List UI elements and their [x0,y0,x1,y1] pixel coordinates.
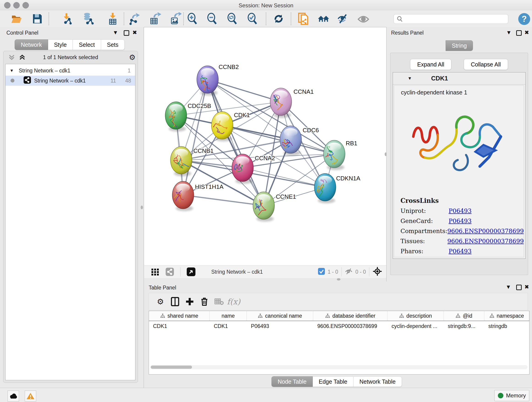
table-splitter-handle[interactable] [337,278,341,281]
add-column-icon[interactable] [182,295,197,308]
horizontal-scrollbar[interactable] [150,365,527,369]
memory-button[interactable]: Memory [494,390,529,401]
tab-sets[interactable]: Sets [101,39,125,50]
help-button[interactable]: ? [518,13,530,25]
selected-counts: 1 - 0 [328,269,338,275]
panel-float-icon[interactable] [124,30,129,36]
node-label-CCNA1: CCNA1 [293,88,314,95]
network-node-CCNE1[interactable]: CCNE1 [252,192,296,222]
crosslink-link[interactable]: 9606.ENSP00000378699 [447,238,524,245]
network-canvas[interactable]: CCNB2CCNA1CDC25BCDK1CDC6RB1CCNB1CCNA2CDK… [144,27,386,265]
houses-icon[interactable] [317,12,330,25]
edge-count: 48 [125,78,131,84]
panel-float-icon[interactable] [516,285,522,290]
export-image-icon[interactable] [169,12,181,25]
column-header-canonical-name[interactable]: canonical name [247,311,313,321]
panel-close-icon[interactable]: ✖ [525,284,529,290]
network-column-icon [489,313,494,318]
crosslink-link[interactable]: 9606.ENSP00000378699 [447,228,524,235]
network-node-CCNB2[interactable]: CCNB2 [197,64,239,96]
zoom-out-icon[interactable] [206,12,219,25]
zoom-in-icon[interactable] [186,12,199,25]
collapse-triangle-icon[interactable]: ▼ [6,68,14,73]
panel-close-icon[interactable]: ✖ [133,29,137,36]
network-node-CCNA1[interactable]: CCNA1 [270,88,314,118]
table-settings-gear-icon[interactable]: ⚙ [153,295,168,308]
export-network-icon[interactable] [127,12,140,25]
refresh-icon[interactable] [272,12,285,25]
hidden-eye-slash-icon[interactable] [345,268,353,276]
node-count: 11 [111,78,116,84]
crosslink-link[interactable]: P06493 [449,217,472,224]
network-row[interactable]: String Network – cdk1 11 48 [6,76,135,86]
function-builder-icon[interactable]: f(x) [226,295,241,308]
search-box[interactable] [394,14,508,24]
open-in-window-icon[interactable] [184,265,198,278]
column-header--id[interactable]: @id [444,311,484,321]
network-node-RB1[interactable]: RB1 [322,140,357,170]
column-header-namespace[interactable]: namespace [484,311,529,321]
crosslink-link[interactable]: P06493 [449,207,472,214]
table-cell: CDK1 [210,323,247,329]
column-header-description[interactable]: description [387,311,444,321]
cloud-button[interactable] [7,390,19,402]
column-header-database-identifier[interactable]: database identifier [313,311,387,321]
zoom-fit-icon[interactable] [226,12,239,25]
collapse-all-button[interactable]: Collapse All [464,59,508,70]
toolbar-separator [180,267,181,276]
panel-menu-icon[interactable]: ▼ [506,284,511,290]
import-network-file-icon[interactable] [60,12,73,25]
table-row[interactable]: CDK1CDK1P064939606.ENSP00000378699cyclin… [149,321,529,331]
tab-style[interactable]: Style [48,39,73,50]
crosslink-link[interactable]: P06493 [449,248,472,255]
selected-checkbox-icon[interactable] [318,268,325,276]
save-session-icon[interactable] [31,12,44,25]
warning-button[interactable] [25,390,36,402]
expand-all-button[interactable]: Expand All [410,59,451,70]
node-table[interactable]: shared namenamecanonical namedatabase id… [149,311,530,375]
protein-section-header[interactable]: ▼ CDK1 [393,72,525,85]
import-network-database-icon[interactable] [82,12,94,25]
panel-float-icon[interactable] [516,30,522,36]
search-input[interactable] [403,16,505,22]
network-edge-CCNB2-CCNA1[interactable] [208,80,281,102]
string-view-icon[interactable] [162,265,177,278]
tab-string[interactable]: String [446,40,473,51]
network-collection-row[interactable]: ▼ String Network – cdk1 1 [6,65,135,76]
show-columns-icon[interactable] [168,295,182,308]
delete-column-trash-icon[interactable] [197,295,212,308]
node-label-RB1: RB1 [346,140,357,147]
network-node-CDC25B[interactable]: CDC25B [165,102,211,132]
birdseye-grid-icon[interactable] [148,265,162,278]
network-edge-CCNA2-CDKN1A[interactable] [243,168,325,187]
protein-section: ▼ CDK1 cyclin-dependent kinase 1 [393,72,526,259]
delete-table-icon[interactable] [212,295,226,308]
gear-icon[interactable]: ⚙ [129,53,136,62]
network-node-CDKN1A[interactable]: CDKN1A [314,173,360,206]
eye-icon[interactable] [357,12,370,25]
left-splitter-handle[interactable] [141,206,143,209]
column-header-shared-name[interactable]: shared name [149,311,210,321]
import-table-file-icon[interactable] [106,12,119,25]
collapse-triangle-icon[interactable]: ▼ [408,76,412,81]
tab-node-table[interactable]: Node Table [272,376,313,387]
zoom-selected-icon[interactable] [246,12,259,25]
network-edge-HIST1H1A-CCNE1[interactable] [183,195,264,206]
string-import-icon[interactable] [297,12,310,25]
tab-network[interactable]: Network [15,39,48,50]
fit-selection-crosshair-icon[interactable] [373,267,382,277]
eye-slash-icon[interactable] [337,12,350,25]
export-table-icon[interactable] [148,12,161,25]
tab-edge-table[interactable]: Edge Table [313,376,354,387]
panel-menu-icon[interactable]: ▼ [113,29,118,36]
open-session-icon[interactable] [10,12,23,25]
column-header-name[interactable]: name [210,311,247,321]
scrollbar-thumb[interactable] [151,366,192,369]
toolbar-separator [266,12,266,25]
panel-menu-icon[interactable]: ▼ [506,29,512,36]
panel-close-icon[interactable]: ✖ [525,29,529,36]
tab-network-table[interactable]: Network Table [354,376,402,387]
string-network-icon [24,76,31,85]
tab-select[interactable]: Select [73,39,101,50]
network-node-HIST1H1A[interactable]: HIST1H1A [171,181,224,211]
